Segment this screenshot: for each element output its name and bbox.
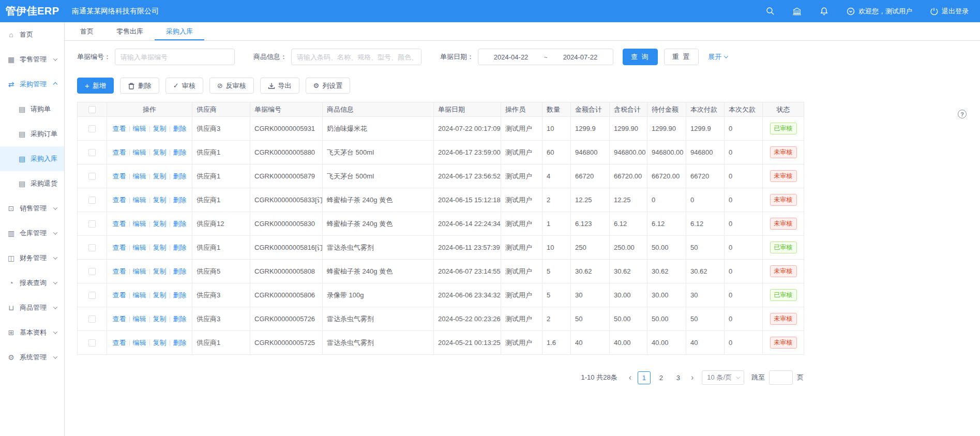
prev-page-button[interactable]: ‹ [625,373,636,382]
search-icon[interactable] [765,6,775,17]
view-link[interactable]: 查看 [113,196,126,204]
date-range-picker[interactable]: 2024-04-22 ~ 2024-07-22 [478,49,613,65]
copy-link[interactable]: 复制 [153,315,167,323]
edit-link[interactable]: 编辑 [133,244,146,251]
account-set-icon[interactable] [792,6,802,17]
row-checkbox[interactable] [88,268,96,275]
row-checkbox[interactable] [88,339,96,347]
sidebar-item[interactable]: ⚙ 系统管理 [0,345,64,370]
cell-tax-total: 40.00 [610,331,647,355]
tab[interactable]: 采购入库 [155,22,204,40]
sidebar-item[interactable]: ▤ 采购入库 [0,146,64,171]
edit-link[interactable]: 编辑 [133,196,146,204]
tab[interactable]: 首页 [69,22,105,40]
copy-link[interactable]: 复制 [153,267,167,275]
page-number-button[interactable]: 2 [655,371,668,384]
delete-button[interactable]: 删除 [120,78,159,94]
delete-link[interactable]: 删除 [173,339,187,347]
edit-link[interactable]: 编辑 [133,148,146,156]
view-link[interactable]: 查看 [113,125,126,132]
copy-link[interactable]: 复制 [153,125,167,132]
sidebar-item[interactable]: ◫ 财务管理 [0,246,64,270]
delete-link[interactable]: 删除 [173,244,187,251]
divider [149,293,150,298]
row-checkbox[interactable] [88,173,96,180]
expand-link[interactable]: 展开 [708,52,728,62]
cell-operator: 测试用户 [501,236,542,260]
export-button[interactable]: 导出 [260,78,299,94]
sidebar-item[interactable]: ▤ 请购单 [0,97,64,122]
jump-to-page-input[interactable] [769,370,793,385]
welcome-user[interactable]: 欢迎您，测试用户 [847,7,912,16]
delete-link[interactable]: 删除 [173,196,187,204]
row-checkbox[interactable] [88,220,96,228]
date-to[interactable]: 2024-07-22 [563,53,598,61]
row-checkbox[interactable] [88,315,96,323]
page-number-button[interactable]: 3 [672,371,685,384]
cell-order-no: CGRK00000005816[订] [250,236,323,260]
edit-link[interactable]: 编辑 [133,125,146,132]
view-link[interactable]: 查看 [113,339,126,347]
sidebar-item[interactable]: ⇄ 采购管理 [0,72,64,97]
edit-link[interactable]: 编辑 [133,267,146,275]
tab[interactable]: 零售出库 [105,22,155,40]
help-icon[interactable]: ? [958,110,967,118]
edit-link[interactable]: 编辑 [133,291,146,299]
sidebar-item[interactable]: ⊔ 商品管理 [0,295,64,320]
search-button[interactable]: 查 询 [623,49,658,65]
edit-link[interactable]: 编辑 [133,315,146,323]
sidebar-item[interactable]: ▤ 采购退货 [0,171,64,196]
delete-link[interactable]: 删除 [173,267,187,275]
sidebar-item[interactable]: ⊞ 基本资料 [0,320,64,345]
sidebar-item[interactable]: ◔ 报表查询 [0,270,64,295]
logout-button[interactable]: 退出登录 [930,7,969,16]
row-checkbox[interactable] [88,244,96,251]
date-from[interactable]: 2024-04-22 [494,53,529,61]
add-button[interactable]: + 新增 [77,78,114,94]
copy-link[interactable]: 复制 [153,244,167,251]
delete-link[interactable]: 删除 [173,315,187,323]
row-checkbox[interactable] [88,292,96,299]
column-settings-button[interactable]: ⚙ 列设置 [306,78,351,94]
view-link[interactable]: 查看 [113,244,126,251]
sidebar-item[interactable]: ⊡ 销售管理 [0,196,64,221]
sidebar-item[interactable]: ▥ 仓库管理 [0,221,64,246]
view-link[interactable]: 查看 [113,267,126,275]
copy-link[interactable]: 复制 [153,148,167,156]
page-size-select[interactable]: 10 条/页 [702,370,744,385]
delete-link[interactable]: 删除 [173,220,187,228]
delete-link[interactable]: 删除 [173,148,187,156]
copy-link[interactable]: 复制 [153,196,167,204]
view-link[interactable]: 查看 [113,291,126,299]
sidebar-item[interactable]: ⌂ 首页 [0,22,64,47]
copy-link[interactable]: 复制 [153,172,167,180]
sidebar-item[interactable]: ▤ 采购订单 [0,122,64,146]
row-checkbox[interactable] [88,149,96,156]
edit-link[interactable]: 编辑 [133,172,146,180]
notification-bell-icon[interactable] [819,6,829,17]
row-checkbox[interactable] [88,197,96,204]
order-no-input[interactable] [115,49,235,65]
edit-link[interactable]: 编辑 [133,220,146,228]
page-number-button[interactable]: 1 [638,371,651,384]
audit-button[interactable]: ✓ 审核 [165,78,203,94]
divider [129,317,130,322]
copy-link[interactable]: 复制 [153,339,167,347]
next-page-button[interactable]: › [687,373,698,382]
view-link[interactable]: 查看 [113,315,126,323]
view-link[interactable]: 查看 [113,172,126,180]
copy-link[interactable]: 复制 [153,220,167,228]
product-info-input[interactable] [291,49,421,65]
row-checkbox[interactable] [88,125,96,132]
select-all-checkbox[interactable] [88,106,96,113]
delete-link[interactable]: 删除 [173,125,187,132]
delete-link[interactable]: 删除 [173,172,187,180]
sidebar-item[interactable]: ▦ 零售管理 [0,47,64,72]
view-link[interactable]: 查看 [113,148,126,156]
delete-link[interactable]: 删除 [173,291,187,299]
reset-button[interactable]: 重 置 [664,49,699,65]
unaudit-button[interactable]: ⊘ 反审核 [209,78,254,94]
copy-link[interactable]: 复制 [153,291,167,299]
view-link[interactable]: 查看 [113,220,126,228]
edit-link[interactable]: 编辑 [133,339,146,347]
